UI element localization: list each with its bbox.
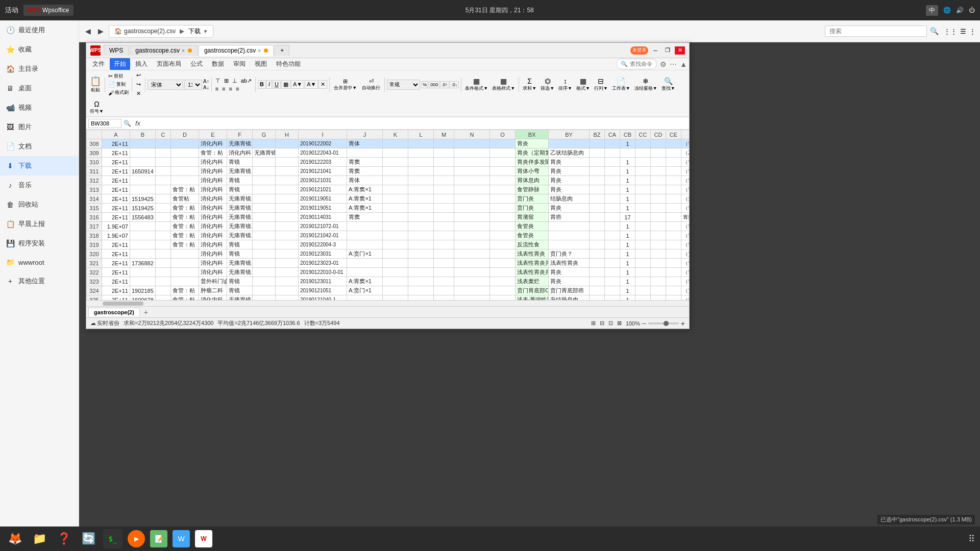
- view-break-btn[interactable]: ⊡: [608, 320, 613, 327]
- underline-btn[interactable]: U: [273, 80, 281, 89]
- h-scroll-thumb[interactable]: [103, 302, 143, 306]
- restore-btn[interactable]: ❐: [663, 46, 673, 55]
- format-btn[interactable]: ▦ 格式▼: [575, 76, 592, 93]
- minimize-btn[interactable]: ─: [650, 46, 660, 55]
- unread-badge[interactable]: 未登录: [630, 46, 648, 55]
- taskbar-wps[interactable]: W: [195, 530, 212, 547]
- table-row[interactable]: 3252E+111600678食管：粘消化内科无痛胃镜20190121040-1…: [87, 295, 690, 300]
- cell-ref-input[interactable]: [88, 119, 121, 128]
- zoom-slider[interactable]: [648, 322, 679, 324]
- fm-forward-btn[interactable]: ▶: [96, 27, 106, 35]
- menu-file[interactable]: 文件: [88, 58, 109, 70]
- font-smaller-btn[interactable]: A↓: [203, 85, 209, 90]
- col-header-cb[interactable]: CB: [620, 130, 635, 139]
- comma-btn[interactable]: 000: [429, 81, 439, 88]
- table-row[interactable]: 3242E+111902185食管：粘肿瘤二科胃镜20190121051A:贲门…: [87, 286, 690, 295]
- border-btn[interactable]: ▦: [281, 80, 290, 89]
- menu-data[interactable]: 数据: [208, 58, 228, 70]
- taskbar-firefox[interactable]: 🦊: [5, 529, 24, 548]
- close-btn[interactable]: ✕: [675, 46, 685, 55]
- fm-search-input[interactable]: [825, 26, 927, 37]
- rowcol-btn[interactable]: ⊟ 行列▼: [593, 76, 609, 93]
- col-header-f[interactable]: F: [227, 130, 253, 139]
- col-header-a[interactable]: A: [102, 130, 130, 139]
- filter-btn[interactable]: ⏣ 筛选▼: [539, 76, 556, 93]
- dec-inc-btn[interactable]: .0↑: [440, 81, 449, 88]
- menu-review[interactable]: 审阅: [229, 58, 250, 70]
- sheet-add-btn[interactable]: +: [141, 307, 151, 317]
- col-header-o[interactable]: O: [490, 130, 516, 139]
- undo-btn[interactable]: ↩: [134, 71, 143, 80]
- redo-btn[interactable]: ↪: [134, 80, 143, 89]
- autowrap-btn[interactable]: ⏎ 自动换行: [360, 77, 382, 92]
- sidebar-item-trash[interactable]: 🗑 回收站: [0, 195, 79, 214]
- sidebar-item-daily[interactable]: 📋 早晨上报: [0, 214, 79, 234]
- formula-fx-label[interactable]: fx: [133, 119, 142, 127]
- zoom-plus-btn[interactable]: +: [681, 319, 685, 328]
- table-style-btn[interactable]: ▦ 表格样式▼: [491, 76, 517, 93]
- view-normal-btn[interactable]: ⊞: [591, 320, 596, 327]
- menu-start[interactable]: 开始: [110, 58, 130, 70]
- paste-btn[interactable]: 📋 粘贴: [88, 74, 103, 94]
- table-row[interactable]: 3192E+11食管：粘消化内科胃镜20190122004-3反流性食1（胃窦: [87, 240, 690, 249]
- table-row[interactable]: 3112E+111650914消化内科无痛胃镜20190121041胃窦胃体小弯…: [87, 167, 690, 176]
- table-row[interactable]: 3181.9E+07食管：粘消化内科无痛胃镜20190121042-01食管炎1…: [87, 231, 690, 240]
- sum-btn[interactable]: Σ 求和▼: [521, 76, 538, 93]
- col-header-l[interactable]: L: [408, 130, 434, 139]
- fm-back-btn[interactable]: ◀: [83, 27, 93, 35]
- col-header-ca[interactable]: CA: [605, 130, 620, 139]
- font-family-select[interactable]: 宋体: [148, 80, 183, 90]
- fm-list-btn[interactable]: ☰: [960, 28, 966, 35]
- table-row[interactable]: 3162E+111556483食管：粘消化内科无痛胃镜20190114031胃窦…: [87, 213, 690, 222]
- symbol-btn[interactable]: Ω 符号▼: [88, 99, 105, 116]
- col-header-bz[interactable]: BZ: [590, 130, 605, 139]
- clear-format-btn[interactable]: ✕: [318, 80, 327, 89]
- zoom-minus-btn[interactable]: ─: [642, 320, 646, 327]
- col-header-e[interactable]: E: [199, 130, 227, 139]
- col-header-cf[interactable]: CF: [681, 130, 690, 139]
- menu-insert[interactable]: 插入: [131, 58, 152, 70]
- font-color-btn[interactable]: A▼: [305, 80, 318, 89]
- wps-tab-file1[interactable]: gastroscope.csv ×: [130, 45, 198, 56]
- table-row[interactable]: 3132E+11食管：粘消化内科胃镜20190121021A:胃窦×1食管静脉胃…: [87, 185, 690, 194]
- col-header-c[interactable]: C: [156, 130, 171, 139]
- taskbar-vlc[interactable]: ▶: [128, 530, 145, 547]
- toolbar-more-icon[interactable]: ⋯: [670, 60, 677, 68]
- align-left-btn[interactable]: ≡: [214, 85, 220, 92]
- menu-special[interactable]: 特色功能: [272, 58, 305, 70]
- volume-icon[interactable]: 🔊: [956, 7, 964, 14]
- fm-path-box[interactable]: 🏠 gastroscope(2).csv ▶ 下载 ▼: [109, 25, 213, 38]
- col-header-j[interactable]: J: [347, 130, 383, 139]
- table-row[interactable]: 3212E+111736882消化内科无痛胃镜20190123023-01浅表性…: [87, 259, 690, 268]
- col-header-d[interactable]: D: [171, 130, 199, 139]
- fm-view-btn[interactable]: ⋮⋮: [944, 28, 957, 35]
- power-icon[interactable]: ⏻: [969, 7, 975, 14]
- wps-tab-add[interactable]: +: [275, 45, 289, 56]
- sidebar-item-desktop[interactable]: 🖥 桌面: [0, 79, 79, 98]
- realtime-save[interactable]: ☁ 实时省份: [90, 319, 119, 327]
- taskbar-notes[interactable]: 📝: [150, 530, 167, 547]
- sidebar-item-other[interactable]: + 其他位置: [0, 271, 79, 291]
- fill-btn[interactable]: A▼: [291, 80, 304, 89]
- wps-taskbar-item[interactable]: WPS Wpsoffice: [23, 5, 74, 16]
- menu-view[interactable]: 视图: [251, 58, 271, 70]
- input-method[interactable]: 中: [926, 5, 938, 16]
- clear-btn[interactable]: ✕: [134, 89, 143, 98]
- fm-search-btn[interactable]: 🔍: [930, 27, 939, 35]
- font-size-select[interactable]: 11: [184, 80, 202, 90]
- align-bot-btn[interactable]: ⊥: [231, 77, 239, 85]
- sidebar-item-home[interactable]: 🏠 主目录: [0, 59, 79, 79]
- menu-page[interactable]: 页面布局: [153, 58, 185, 70]
- formula-input[interactable]: [144, 119, 687, 128]
- table-row[interactable]: 3171.9E+07食管：粘消化内科无痛胃镜20190121072-01食管炎1…: [87, 222, 690, 231]
- sidebar-item-starred[interactable]: ⭐ 收藏: [0, 40, 79, 59]
- taskbar-help[interactable]: ❓: [54, 529, 74, 548]
- col-header-cd[interactable]: CD: [651, 130, 666, 139]
- worksheet-btn[interactable]: 📄 工作表▼: [610, 76, 632, 93]
- h-scrollbar[interactable]: [86, 300, 689, 306]
- sidebar-item-documents[interactable]: 📄 文档: [0, 137, 79, 156]
- table-row[interactable]: 3082E+11消化内科无痛胃镜20190122002胃体胃炎1（胃体: [87, 139, 690, 148]
- col-header-by[interactable]: BY: [549, 130, 590, 139]
- align-top-btn[interactable]: ⊤: [214, 77, 222, 85]
- col-header-n[interactable]: N: [454, 130, 490, 139]
